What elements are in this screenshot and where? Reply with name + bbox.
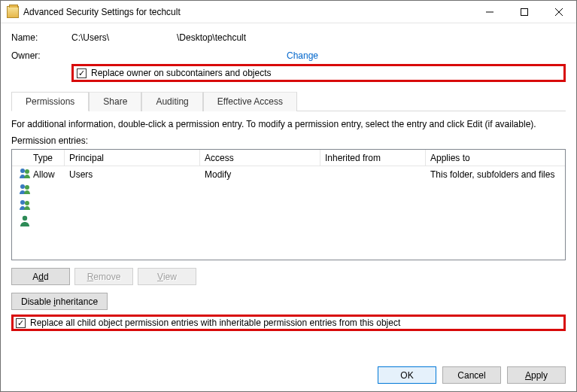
close-button[interactable] [542, 1, 576, 23]
replace-child-checkbox[interactable] [16, 318, 26, 328]
name-row: Name: C:\Users\\Desktop\techcult [11, 32, 566, 43]
owner-row: Owner: Change [11, 50, 566, 61]
tabstrip: Permissions Share Auditing Effective Acc… [11, 91, 566, 111]
tab-auditing[interactable]: Auditing [141, 92, 202, 111]
tab-label: Share [103, 96, 127, 107]
permission-entries-label: Permission entries: [11, 135, 566, 146]
col-inherited[interactable]: Inherited from [320, 150, 426, 166]
col-type[interactable]: Type [29, 150, 65, 166]
cell-type: Allow [29, 169, 65, 180]
cell-principal: Users [65, 169, 200, 180]
table-row[interactable] [12, 214, 565, 229]
tab-effective-access[interactable]: Effective Access [203, 92, 297, 111]
remove-button: Remove [74, 268, 133, 285]
disable-inheritance-row: Disable inheritance [11, 293, 566, 310]
view-button: View [138, 268, 196, 285]
dialog-window: Advanced Security Settings for techcult … [0, 0, 577, 392]
minimize-button[interactable] [472, 1, 507, 23]
table-row[interactable] [12, 198, 565, 214]
svg-point-10 [23, 216, 27, 220]
cell-access: Modify [200, 169, 320, 180]
window-title: Advanced Security Settings for techcult [23, 7, 472, 17]
col-access[interactable]: Access [200, 150, 320, 166]
dialog-buttons: OK Cancel Apply [11, 359, 566, 384]
user-icon [19, 218, 31, 229]
svg-point-5 [25, 169, 29, 174]
col-icon[interactable] [12, 150, 29, 166]
grid-body: Allow Users Modify This folder, subfolde… [12, 166, 565, 229]
permission-buttons: Add Remove View [11, 268, 566, 285]
table-row[interactable] [12, 182, 565, 198]
permission-grid[interactable]: Type Principal Access Inherited from App… [11, 149, 566, 260]
replace-owner-highlight: Replace owner on subcontainers and objec… [71, 64, 566, 82]
name-label: Name: [11, 32, 71, 43]
replace-child-text: Replace all child object permission entr… [30, 318, 400, 328]
svg-rect-1 [521, 8, 528, 15]
svg-point-7 [25, 185, 29, 190]
users-group-icon [19, 171, 31, 181]
svg-point-9 [25, 201, 29, 205]
replace-child-highlight: Replace all child object permission entr… [11, 315, 566, 331]
owner-label: Owner: [11, 50, 71, 61]
users-group-icon [19, 202, 31, 213]
object-path: C:\Users\\Desktop\techcult [71, 32, 246, 43]
tab-label: Permissions [26, 96, 74, 107]
titlebar: Advanced Security Settings for techcult [1, 1, 576, 23]
path-part2: \Desktop\techcult [177, 32, 246, 43]
replace-owner-checkbox[interactable] [77, 68, 87, 78]
cell-applies: This folder, subfolders and files [426, 169, 565, 180]
svg-point-6 [20, 184, 25, 189]
col-applies[interactable]: Applies to [426, 150, 565, 166]
replace-owner-text: Replace owner on subcontainers and objec… [91, 68, 271, 78]
tab-share[interactable]: Share [89, 92, 141, 111]
users-group-icon [19, 187, 31, 197]
change-owner-link[interactable]: Change [287, 50, 318, 61]
path-part1: C:\Users\ [71, 32, 109, 43]
tab-label: Auditing [156, 96, 188, 107]
apply-button[interactable]: Apply [507, 366, 566, 384]
cancel-button[interactable]: Cancel [442, 366, 501, 384]
maximize-button[interactable] [507, 1, 542, 23]
tab-label: Effective Access [217, 96, 283, 107]
svg-point-4 [20, 169, 25, 173]
tab-permissions[interactable]: Permissions [11, 92, 89, 111]
svg-point-8 [20, 200, 25, 205]
ok-button[interactable]: OK [378, 366, 436, 384]
disable-inheritance-button[interactable]: Disable inheritance [11, 293, 108, 310]
table-row[interactable]: Allow Users Modify This folder, subfolde… [12, 166, 565, 182]
window-controls [472, 1, 576, 23]
info-text: For additional information, double-click… [11, 119, 566, 129]
col-principal[interactable]: Principal [65, 150, 200, 166]
add-button[interactable]: Add [11, 268, 70, 285]
folder-icon [7, 6, 19, 18]
content-area: Name: C:\Users\\Desktop\techcult Owner: … [1, 23, 576, 391]
grid-header: Type Principal Access Inherited from App… [12, 150, 565, 166]
